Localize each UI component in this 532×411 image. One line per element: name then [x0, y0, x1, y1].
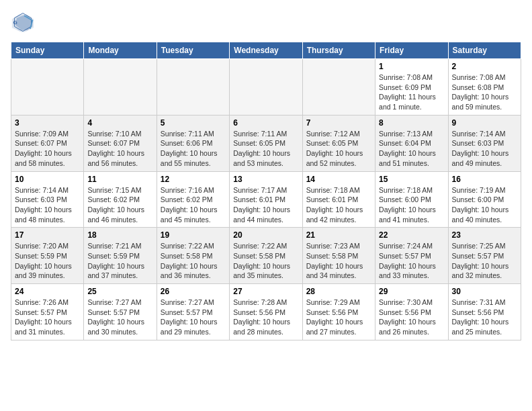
day-number: 29 [379, 287, 444, 296]
calendar-header-saturday: Saturday [448, 42, 521, 59]
day-info: Sunrise: 7:25 AMSunset: 5:57 PMDaylight:… [452, 241, 517, 281]
day-info: Sunrise: 7:27 AMSunset: 5:57 PMDaylight:… [161, 298, 226, 337]
calendar-cell: 28Sunrise: 7:29 AMSunset: 5:56 PMDayligh… [302, 284, 375, 340]
day-info: Sunrise: 7:22 AMSunset: 5:58 PMDaylight:… [161, 241, 226, 281]
day-info: Sunrise: 7:21 AMSunset: 5:59 PMDaylight:… [87, 241, 152, 281]
calendar-cell: 15Sunrise: 7:18 AMSunset: 6:00 PMDayligh… [375, 171, 448, 228]
calendar-header-row: SundayMondayTuesdayWednesdayThursdayFrid… [11, 42, 521, 59]
day-number: 24 [15, 287, 80, 296]
day-number: 21 [306, 230, 371, 240]
calendar-cell: 19Sunrise: 7:22 AMSunset: 5:58 PMDayligh… [157, 228, 229, 284]
day-number: 11 [87, 175, 152, 184]
calendar-cell: 18Sunrise: 7:21 AMSunset: 5:59 PMDayligh… [84, 228, 157, 284]
day-info: Sunrise: 7:18 AMSunset: 6:01 PMDaylight:… [306, 185, 371, 225]
day-number: 16 [452, 175, 517, 184]
calendar-cell: 24Sunrise: 7:26 AMSunset: 5:57 PMDayligh… [11, 284, 84, 340]
day-number: 9 [452, 118, 517, 128]
calendar-cell: 7Sunrise: 7:12 AMSunset: 6:05 PMDaylight… [302, 115, 375, 171]
day-number: 4 [87, 118, 152, 128]
day-number: 15 [379, 175, 444, 184]
day-number: 30 [452, 287, 517, 296]
day-number: 3 [15, 118, 80, 128]
calendar-cell: 14Sunrise: 7:18 AMSunset: 6:01 PMDayligh… [302, 171, 375, 228]
day-info: Sunrise: 7:30 AMSunset: 5:56 PMDaylight:… [379, 298, 444, 337]
day-number: 6 [233, 118, 298, 128]
day-number: 12 [161, 175, 226, 184]
calendar-cell: 27Sunrise: 7:28 AMSunset: 5:56 PMDayligh… [230, 284, 302, 340]
day-info: Sunrise: 7:11 AMSunset: 6:06 PMDaylight:… [161, 129, 226, 169]
day-number: 27 [233, 287, 298, 296]
calendar-cell [157, 59, 229, 116]
day-info: Sunrise: 7:13 AMSunset: 6:04 PMDaylight:… [379, 129, 444, 169]
calendar-cell: 20Sunrise: 7:22 AMSunset: 5:58 PMDayligh… [230, 228, 302, 284]
calendar-cell: 10Sunrise: 7:14 AMSunset: 6:03 PMDayligh… [11, 171, 84, 228]
calendar-cell: 21Sunrise: 7:23 AMSunset: 5:58 PMDayligh… [302, 228, 375, 284]
day-info: Sunrise: 7:11 AMSunset: 6:05 PMDaylight:… [233, 129, 298, 169]
day-info: Sunrise: 7:14 AMSunset: 6:03 PMDaylight:… [452, 129, 517, 169]
page-header: G [11, 11, 521, 35]
day-info: Sunrise: 7:14 AMSunset: 6:03 PMDaylight:… [15, 185, 80, 225]
calendar-cell: 1Sunrise: 7:08 AMSunset: 6:09 PMDaylight… [375, 59, 448, 116]
calendar-cell: 30Sunrise: 7:31 AMSunset: 5:56 PMDayligh… [448, 284, 521, 340]
day-info: Sunrise: 7:24 AMSunset: 5:57 PMDaylight:… [379, 241, 444, 281]
calendar-cell [84, 59, 157, 116]
day-info: Sunrise: 7:29 AMSunset: 5:56 PMDaylight:… [306, 298, 371, 337]
calendar-header-sunday: Sunday [11, 42, 84, 59]
day-number: 8 [379, 118, 444, 128]
day-number: 10 [15, 175, 80, 184]
calendar-header-tuesday: Tuesday [157, 42, 229, 59]
calendar-cell: 5Sunrise: 7:11 AMSunset: 6:06 PMDaylight… [157, 115, 229, 171]
day-number: 5 [161, 118, 226, 128]
calendar-cell: 2Sunrise: 7:08 AMSunset: 6:08 PMDaylight… [448, 59, 521, 116]
day-info: Sunrise: 7:17 AMSunset: 6:01 PMDaylight:… [233, 185, 298, 225]
day-number: 7 [306, 118, 371, 128]
calendar-cell: 11Sunrise: 7:15 AMSunset: 6:02 PMDayligh… [84, 171, 157, 228]
day-number: 1 [379, 62, 444, 71]
svg-text:G: G [13, 19, 17, 26]
calendar-cell [11, 59, 84, 116]
day-number: 2 [452, 62, 517, 71]
day-number: 20 [233, 230, 298, 240]
day-number: 25 [87, 287, 152, 296]
calendar-cell: 12Sunrise: 7:16 AMSunset: 6:02 PMDayligh… [157, 171, 229, 228]
day-number: 28 [306, 287, 371, 296]
calendar-cell: 4Sunrise: 7:10 AMSunset: 6:07 PMDaylight… [84, 115, 157, 171]
logo: G [11, 11, 38, 35]
day-info: Sunrise: 7:09 AMSunset: 6:07 PMDaylight:… [15, 129, 80, 169]
day-info: Sunrise: 7:12 AMSunset: 6:05 PMDaylight:… [306, 129, 371, 169]
calendar-cell: 8Sunrise: 7:13 AMSunset: 6:04 PMDaylight… [375, 115, 448, 171]
calendar-cell: 22Sunrise: 7:24 AMSunset: 5:57 PMDayligh… [375, 228, 448, 284]
day-info: Sunrise: 7:08 AMSunset: 6:09 PMDaylight:… [379, 73, 444, 112]
calendar-week-row: 24Sunrise: 7:26 AMSunset: 5:57 PMDayligh… [11, 284, 521, 340]
day-number: 14 [306, 175, 371, 184]
calendar-week-row: 3Sunrise: 7:09 AMSunset: 6:07 PMDaylight… [11, 115, 521, 171]
day-info: Sunrise: 7:27 AMSunset: 5:57 PMDaylight:… [87, 298, 152, 337]
day-info: Sunrise: 7:31 AMSunset: 5:56 PMDaylight:… [452, 298, 517, 337]
calendar-cell [230, 59, 302, 116]
calendar-cell: 23Sunrise: 7:25 AMSunset: 5:57 PMDayligh… [448, 228, 521, 284]
calendar-table: SundayMondayTuesdayWednesdayThursdayFrid… [11, 42, 521, 340]
day-info: Sunrise: 7:10 AMSunset: 6:07 PMDaylight:… [87, 129, 152, 169]
calendar-cell: 13Sunrise: 7:17 AMSunset: 6:01 PMDayligh… [230, 171, 302, 228]
day-info: Sunrise: 7:20 AMSunset: 5:59 PMDaylight:… [15, 241, 80, 281]
day-number: 19 [161, 230, 226, 240]
calendar-cell: 26Sunrise: 7:27 AMSunset: 5:57 PMDayligh… [157, 284, 229, 340]
day-info: Sunrise: 7:16 AMSunset: 6:02 PMDaylight:… [161, 185, 226, 225]
day-number: 23 [452, 230, 517, 240]
day-number: 22 [379, 230, 444, 240]
day-info: Sunrise: 7:15 AMSunset: 6:02 PMDaylight:… [87, 185, 152, 225]
day-number: 13 [233, 175, 298, 184]
calendar-week-row: 10Sunrise: 7:14 AMSunset: 6:03 PMDayligh… [11, 171, 521, 228]
calendar-header-monday: Monday [84, 42, 157, 59]
calendar-cell: 17Sunrise: 7:20 AMSunset: 5:59 PMDayligh… [11, 228, 84, 284]
calendar-week-row: 17Sunrise: 7:20 AMSunset: 5:59 PMDayligh… [11, 228, 521, 284]
day-info: Sunrise: 7:18 AMSunset: 6:00 PMDaylight:… [379, 185, 444, 225]
day-number: 17 [15, 230, 80, 240]
day-info: Sunrise: 7:28 AMSunset: 5:56 PMDaylight:… [233, 298, 298, 337]
general-blue-logo-icon: G [11, 11, 35, 35]
calendar-cell: 6Sunrise: 7:11 AMSunset: 6:05 PMDaylight… [230, 115, 302, 171]
calendar-cell: 25Sunrise: 7:27 AMSunset: 5:57 PMDayligh… [84, 284, 157, 340]
day-number: 18 [87, 230, 152, 240]
day-info: Sunrise: 7:08 AMSunset: 6:08 PMDaylight:… [452, 73, 517, 112]
day-info: Sunrise: 7:23 AMSunset: 5:58 PMDaylight:… [306, 241, 371, 281]
